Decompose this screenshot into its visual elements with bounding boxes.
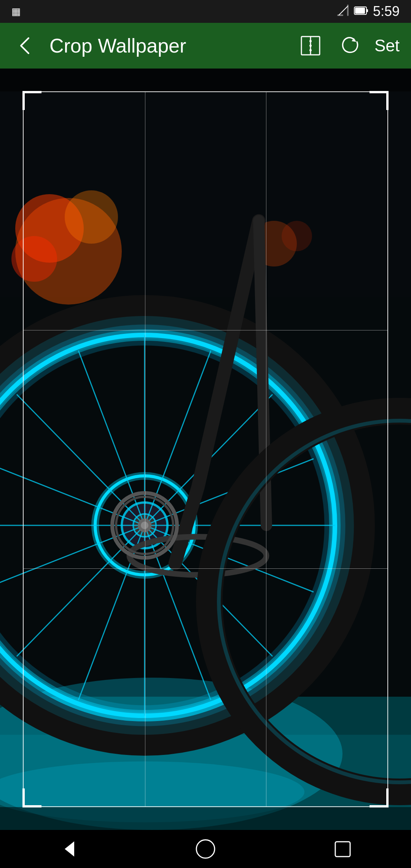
wallpaper-image bbox=[0, 69, 411, 830]
svg-rect-3 bbox=[355, 8, 365, 14]
image-container bbox=[0, 69, 411, 830]
svg-rect-57 bbox=[335, 842, 350, 857]
back-button[interactable] bbox=[11, 32, 38, 59]
svg-point-16 bbox=[11, 236, 57, 282]
svg-point-56 bbox=[196, 840, 215, 858]
rotate-button[interactable] bbox=[336, 32, 363, 59]
nav-recents-button[interactable] bbox=[327, 834, 358, 864]
signal-icon bbox=[337, 5, 349, 18]
svg-marker-55 bbox=[65, 841, 74, 857]
svg-point-7 bbox=[309, 45, 312, 47]
navigation-bar bbox=[0, 830, 411, 868]
page-title: Crop Wallpaper bbox=[49, 34, 285, 57]
status-bar: ▦ 5:59 bbox=[0, 0, 411, 23]
svg-point-9 bbox=[309, 49, 312, 51]
svg-point-51 bbox=[141, 522, 148, 529]
svg-rect-4 bbox=[366, 9, 368, 12]
nav-back-button[interactable] bbox=[53, 834, 84, 864]
nav-home-button[interactable] bbox=[190, 834, 221, 864]
sim-icon: ▦ bbox=[11, 6, 21, 18]
svg-point-18 bbox=[282, 221, 312, 251]
status-time: 5:59 bbox=[373, 3, 400, 19]
app-bar: Crop Wallpaper Set bbox=[0, 23, 411, 69]
set-button[interactable]: Set bbox=[374, 36, 400, 55]
svg-point-15 bbox=[65, 190, 118, 244]
battery-icon bbox=[354, 5, 368, 18]
split-view-button[interactable] bbox=[297, 32, 324, 59]
svg-point-8 bbox=[309, 40, 312, 42]
